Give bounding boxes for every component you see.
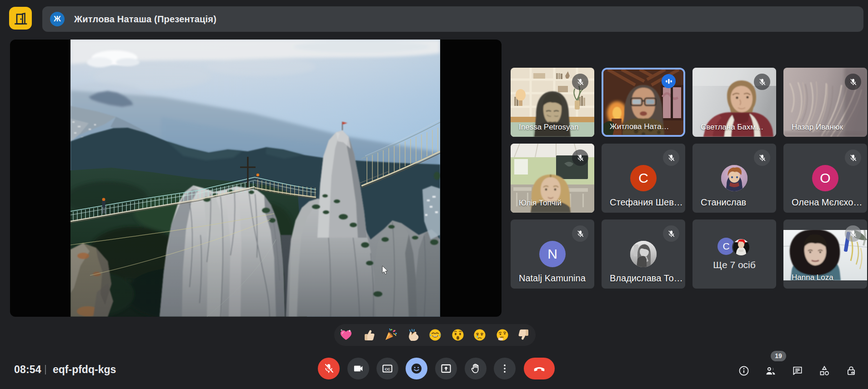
- svg-text:CC: CC: [385, 367, 390, 371]
